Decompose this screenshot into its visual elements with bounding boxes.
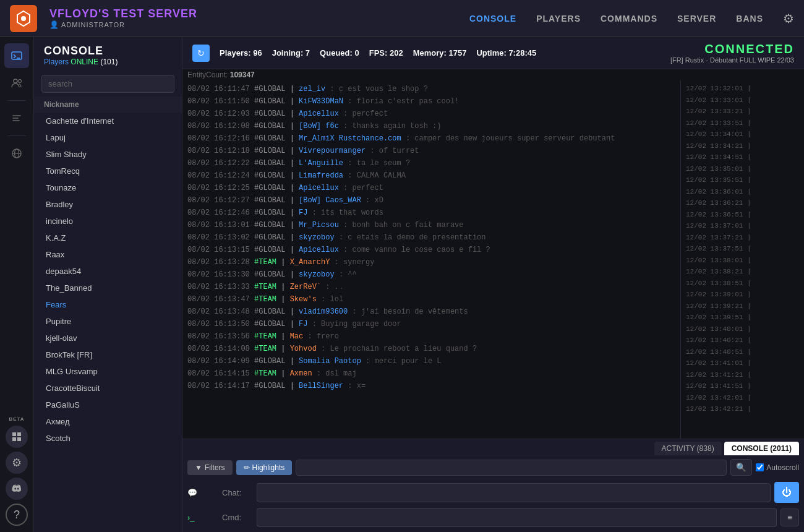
sidebar-player-item[interactable]: K.A.Z <box>34 230 182 246</box>
right-log-line: 12/02 13:33:51 | <box>681 118 804 129</box>
sidebar-player-item[interactable]: Lapuj <box>34 129 182 146</box>
cmd-menu-button[interactable]: ≡ <box>780 508 799 526</box>
search-input[interactable] <box>41 75 174 93</box>
right-log-line: 12/02 13:37:21 | <box>681 232 804 244</box>
sidebar-header: CONSOLE Players ONLINE (101) <box>34 37 182 71</box>
right-log-line: 12/02 13:41:51 | <box>681 380 804 392</box>
log-line: 08/02 16:13:56 #TEAM | Mac : frero <box>182 330 680 343</box>
right-log-line: 12/02 13:38:21 | <box>681 266 804 278</box>
right-log-line: 12/02 13:36:51 | <box>681 209 804 221</box>
log-line: 08/02 16:12:16 #GLOBAL | Mr_AlmiX Rustch… <box>182 132 680 145</box>
log-line: 08/02 16:12:03 #GLOBAL | Apicellux : per… <box>182 108 680 120</box>
log-line: 08/02 16:12:24 #GLOBAL | Limafredda : CA… <box>182 169 680 182</box>
icon-bar: BETA ⚙ ? <box>0 37 34 532</box>
iconbar-network[interactable] <box>4 141 29 166</box>
sidebar-player-item[interactable]: TomRecq <box>34 163 182 179</box>
iconbar-grid[interactable] <box>6 426 28 448</box>
highlights-button[interactable]: ✏ Highlights <box>236 460 293 475</box>
fps-label: FPS: <box>369 48 388 58</box>
sidebar-player-item[interactable]: CracotteBiscuit <box>34 380 182 397</box>
nav-bans[interactable]: BANS <box>736 14 763 24</box>
log-main[interactable]: 08/02 16:11:47 #GLOBAL | zel_iv : c est … <box>182 80 680 439</box>
svg-rect-11 <box>17 437 21 441</box>
right-log-line: 12/02 13:35:51 | <box>681 174 804 186</box>
right-log-line: 12/02 13:42:21 | <box>681 403 804 415</box>
log-search-input[interactable] <box>296 460 727 476</box>
sidebar-subtitle: Players ONLINE (101) <box>44 58 172 66</box>
sidebar-player-item[interactable]: BrokTek [FR] <box>34 346 182 363</box>
sidebar-player-item[interactable]: depaak54 <box>34 263 182 280</box>
sidebar-player-item[interactable]: Pupitre <box>34 313 182 330</box>
tab-activity[interactable]: ACTIVITY (838) <box>654 442 722 455</box>
queued-value: 0 <box>354 48 359 58</box>
sidebar-player-item[interactable]: Scotch <box>34 430 182 447</box>
log-line: 08/02 16:12:46 #GLOBAL | FJ : its that w… <box>182 207 680 219</box>
fps-value: 202 <box>390 48 403 58</box>
sidebar-player-item[interactable]: Tounaze <box>34 179 182 196</box>
cmd-input-row: ›_ Cmd: ≡ <box>182 508 804 532</box>
log-line: 08/02 16:13:47 #TEAM | Skew's : lol <box>182 293 680 306</box>
sidebar-search-container <box>34 71 182 97</box>
svg-point-4 <box>19 80 22 83</box>
sidebar-player-item[interactable]: Bradley <box>34 196 182 213</box>
sidebar-player-item[interactable]: Raax <box>34 246 182 263</box>
entity-label: EntityCount: <box>187 71 228 79</box>
iconbar-settings[interactable]: ⚙ <box>6 452 28 474</box>
right-log-line: 12/02 13:37:01 | <box>681 220 804 232</box>
iconbar-help[interactable]: ? <box>6 504 28 526</box>
sidebar-player-item[interactable]: PaGalluS <box>34 397 182 413</box>
top-nav: VFLOYD'S TEST SERVER 👤 ADMINISTRATOR CON… <box>0 0 804 37</box>
admin-label: ADMINISTRATOR <box>61 21 125 28</box>
refresh-button[interactable]: ↻ <box>192 45 210 62</box>
sidebar-player-item[interactable]: incinelo <box>34 213 182 230</box>
filter-icon: ▼ <box>195 463 202 472</box>
autoscroll-checkbox[interactable] <box>756 463 764 471</box>
nickname-column-header: Nickname <box>34 97 182 113</box>
stat-uptime: Uptime: 7:28:45 <box>476 48 536 58</box>
cmd-input[interactable] <box>257 508 777 527</box>
right-log-line: 12/02 13:39:51 | <box>681 312 804 324</box>
beta-label: BETA <box>9 416 24 422</box>
nav-commands[interactable]: COMMANDS <box>601 14 657 24</box>
sidebar-player-item[interactable]: Fears <box>34 296 182 313</box>
power-button[interactable]: ⏻ <box>774 482 799 503</box>
autoscroll-label[interactable]: Autoscroll <box>756 463 799 472</box>
iconbar-discord[interactable] <box>6 478 28 500</box>
sidebar-player-item[interactable]: Gachette d'Internet <box>34 113 182 129</box>
tab-console[interactable]: CONSOLE (2011) <box>724 442 799 455</box>
sidebar-player-item[interactable]: kjell-olav <box>34 330 182 346</box>
cmd-icon: ›_ <box>187 513 218 522</box>
log-line: 08/02 16:14:09 #GLOBAL | Somalia Paotop … <box>182 355 680 367</box>
sidebar-player-item[interactable]: The_Banned <box>34 280 182 296</box>
sidebar-player-item[interactable]: Ахмед <box>34 413 182 430</box>
right-log-line: 12/02 13:39:21 | <box>681 301 804 312</box>
sidebar-player-item[interactable]: MLG Ursvamp <box>34 363 182 380</box>
chat-input-row: 💬 Chat: ⏻ <box>182 479 804 508</box>
stat-joining: Joining: 7 <box>272 48 310 58</box>
nav-console[interactable]: CONSOLE <box>469 14 516 24</box>
app-logo[interactable] <box>10 5 37 32</box>
right-log-line: 12/02 13:40:51 | <box>681 346 804 358</box>
filters-button[interactable]: ▼ Filters <box>187 460 233 475</box>
log-search-button[interactable]: 🔍 <box>730 459 752 476</box>
admin-badge: 👤 ADMINISTRATOR <box>49 20 125 29</box>
stat-players: Players: 96 <box>220 48 262 58</box>
chat-input[interactable] <box>257 483 771 502</box>
memory-label: Memory: <box>413 48 447 58</box>
stats-bar: ↻ Players: 96 Joining: 7 Queued: 0 FPS: … <box>182 37 804 69</box>
iconbar-divider2 <box>7 135 26 136</box>
nav-players[interactable]: PLAYERS <box>536 14 581 24</box>
iconbar-console[interactable] <box>4 43 29 68</box>
iconbar-players[interactable] <box>4 71 29 95</box>
sidebar-player-item[interactable]: Slim Shady <box>34 146 182 163</box>
log-line: 08/02 16:13:15 #GLOBAL | Apicellux : com… <box>182 244 680 256</box>
player-list: Nickname Gachette d'InternetLapujSlim Sh… <box>34 97 182 532</box>
right-log-line: 12/02 13:42:01 | <box>681 392 804 404</box>
settings-icon[interactable]: ⚙ <box>783 11 794 26</box>
right-log-line: 12/02 13:36:21 | <box>681 197 804 209</box>
iconbar-commands[interactable] <box>4 106 29 131</box>
main-nav: CONSOLE PLAYERS COMMANDS SERVER BANS ⚙ <box>469 11 794 26</box>
nav-server[interactable]: SERVER <box>677 14 716 24</box>
connected-banner: CONNECTED [FR] Rustix - Débutant FULL WI… <box>670 42 794 64</box>
admin-icon: 👤 <box>49 20 59 29</box>
